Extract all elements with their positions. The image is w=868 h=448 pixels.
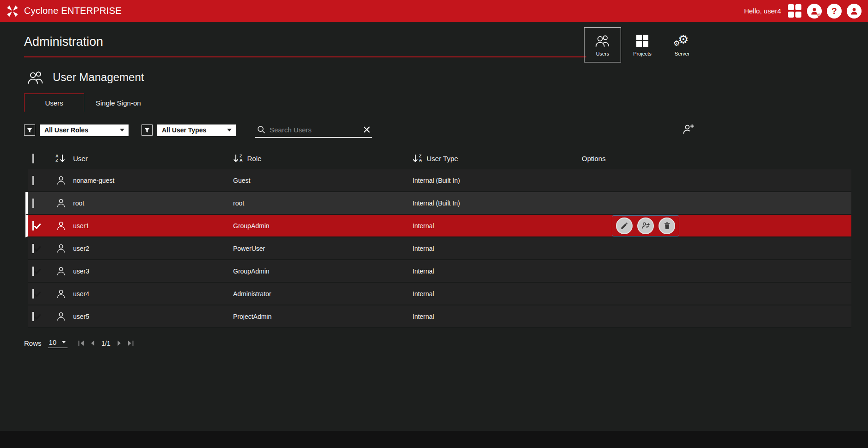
sort-role-icon[interactable]: Z A bbox=[233, 154, 243, 162]
table-row[interactable]: user4 Administrator Internal bbox=[28, 283, 851, 305]
cyclone-logo-icon bbox=[6, 5, 18, 17]
search-icon bbox=[257, 125, 265, 134]
first-page-icon[interactable] bbox=[78, 340, 85, 346]
sort-user-type-icon[interactable]: Z A bbox=[412, 154, 422, 162]
type-filter-dropdown[interactable]: All User Types bbox=[157, 124, 236, 136]
cell-user-type: Internal (Built In) bbox=[412, 177, 460, 184]
table-row-selected[interactable]: user1 GroupAdmin Internal bbox=[25, 215, 851, 237]
nav-server-label: Server bbox=[675, 51, 689, 56]
apps-grid-icon[interactable] bbox=[788, 4, 802, 18]
cell-role: ProjectAdmin bbox=[233, 313, 271, 320]
table-row[interactable]: user3 GroupAdmin Internal bbox=[28, 260, 851, 283]
clear-search-icon[interactable] bbox=[363, 126, 370, 133]
pencil-icon bbox=[620, 221, 629, 230]
table-header-row: A Z User Z A Role bbox=[28, 148, 851, 168]
cell-user: user4 bbox=[73, 290, 89, 298]
user-greeting: Hello, user4 bbox=[744, 7, 781, 15]
help-glyph: ? bbox=[831, 6, 837, 16]
nav-projects-label: Projects bbox=[633, 51, 652, 56]
grid-square bbox=[788, 4, 794, 10]
cell-user: root bbox=[73, 199, 84, 207]
row-checkbox[interactable] bbox=[32, 221, 34, 230]
user-admin-icon[interactable]: ⚙ bbox=[807, 4, 822, 19]
tab-single-sign-on[interactable]: Single Sign-on bbox=[84, 93, 153, 112]
server-gears-icon: ⚙⚙ bbox=[674, 33, 690, 48]
help-icon[interactable]: ? bbox=[827, 4, 842, 19]
cell-user: user2 bbox=[73, 245, 89, 252]
add-user-icon[interactable] bbox=[682, 123, 695, 135]
next-page-icon[interactable] bbox=[117, 340, 122, 346]
grid-square bbox=[795, 12, 801, 18]
type-filter-value: All User Types bbox=[162, 126, 222, 134]
rows-per-page-dropdown[interactable]: 10 bbox=[48, 338, 68, 348]
row-options-group bbox=[612, 215, 679, 236]
main-content: Administration Users bbox=[0, 22, 868, 431]
cell-user: user5 bbox=[73, 313, 89, 320]
page-indicator: 1/1 bbox=[101, 340, 110, 347]
row-checkbox[interactable] bbox=[32, 244, 34, 253]
type-filter-icon[interactable] bbox=[142, 124, 153, 136]
pagination-bar: Rows 10 1/1 bbox=[24, 338, 868, 348]
row-checkbox[interactable] bbox=[32, 199, 34, 208]
gear-icon: ⚙ bbox=[817, 13, 821, 18]
nav-projects-button[interactable]: Projects bbox=[624, 27, 661, 62]
topbar-actions: Hello, user4 ⚙ ? bbox=[744, 4, 862, 19]
table-row[interactable]: user5 ProjectAdmin Internal bbox=[28, 305, 851, 328]
last-page-icon[interactable] bbox=[127, 340, 134, 346]
row-checkbox[interactable] bbox=[32, 267, 34, 276]
cell-user-type: Internal bbox=[412, 290, 434, 298]
cell-role: Guest bbox=[233, 177, 250, 184]
cell-user-type: Internal bbox=[412, 222, 434, 230]
tab-users[interactable]: Users bbox=[24, 93, 84, 112]
cell-role: root bbox=[233, 199, 244, 207]
select-all-checkbox[interactable] bbox=[32, 154, 34, 163]
cell-user-type: Internal bbox=[412, 313, 434, 320]
row-checkbox[interactable] bbox=[32, 289, 34, 299]
chevron-down-icon bbox=[120, 129, 124, 131]
user-avatar-icon bbox=[55, 220, 73, 231]
section-title: User Management bbox=[53, 71, 144, 84]
profile-icon[interactable] bbox=[847, 4, 862, 19]
search-box bbox=[255, 123, 372, 138]
user-avatar-icon bbox=[55, 288, 73, 299]
filter-bar: All User Roles All User Types bbox=[24, 122, 851, 138]
table-row[interactable]: noname-guest Guest Internal (Built In) bbox=[28, 169, 851, 192]
row-checkbox[interactable] bbox=[32, 176, 34, 185]
user-avatar-icon bbox=[55, 198, 73, 209]
assign-roles-button[interactable] bbox=[637, 218, 654, 234]
users-icon bbox=[594, 33, 611, 48]
search-input[interactable] bbox=[270, 126, 359, 134]
edit-user-button[interactable] bbox=[616, 218, 633, 234]
cell-user: user1 bbox=[73, 222, 89, 230]
col-header-user-type: User Type bbox=[427, 155, 458, 162]
cell-role: PowerUser bbox=[233, 245, 265, 252]
table-row[interactable]: user2 PowerUser Internal bbox=[28, 237, 851, 260]
prev-page-icon[interactable] bbox=[90, 340, 95, 346]
tab-bar: Users Single Sign-on bbox=[24, 93, 868, 112]
person-icon bbox=[850, 6, 859, 16]
cell-role: Administrator bbox=[233, 290, 271, 298]
user-management-icon bbox=[26, 70, 45, 84]
application-window: Cyclone ENTERPRISE Hello, user4 ⚙ ? bbox=[0, 0, 868, 431]
section-header: User Management bbox=[26, 70, 868, 84]
col-header-user: User bbox=[73, 155, 88, 162]
col-header-role: Role bbox=[247, 155, 262, 162]
nav-server-button[interactable]: ⚙⚙ Server bbox=[664, 27, 701, 62]
grid-square bbox=[788, 12, 794, 18]
delete-user-button[interactable] bbox=[659, 218, 675, 234]
cell-role: GroupAdmin bbox=[233, 222, 270, 230]
cell-user-type: Internal (Built In) bbox=[412, 199, 460, 207]
role-filter-dropdown[interactable]: All User Roles bbox=[40, 124, 129, 136]
row-checkbox[interactable] bbox=[32, 312, 34, 321]
topbar: Cyclone ENTERPRISE Hello, user4 ⚙ ? bbox=[0, 0, 868, 22]
nav-users-button[interactable]: Users bbox=[584, 27, 621, 62]
table-row[interactable]: root root Internal (Built In) bbox=[25, 192, 851, 215]
user-avatar-icon bbox=[55, 175, 73, 186]
role-filter-icon[interactable] bbox=[24, 124, 35, 136]
brand: Cyclone ENTERPRISE bbox=[6, 5, 122, 17]
cell-role: GroupAdmin bbox=[233, 268, 270, 275]
page-title: Administration bbox=[24, 35, 586, 57]
cell-user: noname-guest bbox=[73, 177, 115, 184]
users-table: A Z User Z A Role bbox=[28, 148, 851, 328]
sort-user-icon[interactable]: A Z bbox=[55, 154, 65, 162]
